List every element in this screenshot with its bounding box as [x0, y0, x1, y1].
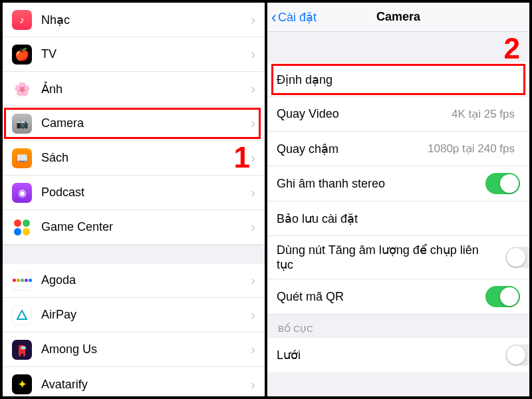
back-button[interactable]: ‹ Cài đặt	[271, 9, 317, 25]
settings-row-books[interactable]: 📖 Sách ›	[3, 141, 265, 176]
podcast-icon: ◉	[12, 183, 32, 203]
camera-icon: 📷	[12, 114, 32, 134]
chevron-right-icon: ›	[251, 116, 255, 131]
row-grid[interactable]: Lưới	[267, 338, 529, 372]
camera-settings-pane: ‹ Cài đặt Camera Định dạng Quay Video 4K…	[267, 3, 529, 396]
row-label: Podcast	[41, 186, 251, 200]
airpay-icon	[12, 305, 32, 325]
chevron-right-icon: ›	[251, 307, 255, 323]
settings-row-airpay[interactable]: AirPay ›	[3, 298, 265, 332]
photos-icon: 🌸	[12, 79, 32, 99]
row-label: Agoda	[41, 273, 251, 287]
row-label: Game Center	[41, 220, 251, 234]
annotation-marker-2: 2	[504, 32, 520, 65]
toggle-stereo[interactable]	[485, 173, 520, 194]
music-icon: ♪	[12, 10, 32, 30]
settings-list-pane: ♪ Nhạc › 🍎 TV › 🌸 Ảnh › 📷 Camera › 📖 Sác…	[3, 3, 267, 396]
chevron-right-icon: ›	[251, 342, 255, 357]
avatarify-icon: ✦	[12, 374, 32, 394]
settings-row-music[interactable]: ♪ Nhạc ›	[3, 3, 265, 37]
row-label: Quay Video	[277, 107, 452, 121]
amongus-icon	[12, 340, 32, 360]
settings-row-avatarify[interactable]: ✦ Avatarify ›	[3, 367, 265, 396]
toggle-burst[interactable]	[505, 247, 529, 268]
settings-row-podcast[interactable]: ◉ Podcast ›	[3, 176, 265, 210]
chevron-right-icon: ›	[251, 219, 255, 235]
row-label: Sách	[41, 151, 251, 165]
row-preserve[interactable]: Bảo lưu cài đặt	[267, 201, 529, 236]
settings-row-amongus[interactable]: Among Us ›	[3, 332, 265, 367]
back-label: Cài đặt	[278, 10, 317, 25]
row-record-video[interactable]: Quay Video 4K tại 25 fps	[267, 97, 529, 132]
row-qr[interactable]: Quét mã QR	[267, 279, 529, 315]
toggle-qr[interactable]	[485, 286, 520, 307]
chevron-right-icon: ›	[251, 185, 255, 200]
row-label: Nhạc	[41, 13, 251, 27]
books-icon: 📖	[12, 148, 32, 168]
row-stereo[interactable]: Ghi âm thanh stereo	[267, 166, 529, 201]
chevron-right-icon: ›	[251, 273, 255, 288]
navbar: ‹ Cài đặt Camera	[267, 3, 529, 32]
annotation-marker-1: 1	[234, 141, 250, 174]
screenshot-frame: ♪ Nhạc › 🍎 TV › 🌸 Ảnh › 📷 Camera › 📖 Sác…	[0, 0, 532, 399]
chevron-left-icon: ‹	[271, 9, 277, 25]
chevron-right-icon: ›	[251, 81, 255, 96]
row-label: Định dạng	[277, 72, 520, 87]
section-header-layout: BỐ CỤC	[267, 315, 529, 338]
gamecenter-icon	[12, 217, 32, 237]
chevron-right-icon: ›	[251, 47, 255, 62]
chevron-right-icon: ›	[251, 12, 255, 27]
tv-icon: 🍎	[12, 45, 32, 65]
row-label: Dùng nút Tăng âm lượng để chụp liên tục	[277, 243, 505, 272]
row-format[interactable]: Định dạng	[267, 63, 529, 97]
row-label: TV	[41, 47, 251, 61]
settings-row-photos[interactable]: 🌸 Ảnh ›	[3, 72, 265, 106]
settings-row-camera[interactable]: 📷 Camera ›	[3, 106, 265, 141]
row-label: Ghi âm thanh stereo	[277, 177, 485, 191]
row-label: Quay chậm	[277, 142, 428, 156]
row-label: AirPay	[41, 308, 251, 322]
section-gap	[267, 32, 529, 63]
row-label: Lưới	[277, 348, 505, 362]
settings-row-tv[interactable]: 🍎 TV ›	[3, 37, 265, 72]
agoda-icon	[12, 271, 32, 291]
page-title: Camera	[376, 10, 420, 24]
row-label: Among Us	[41, 342, 251, 356]
row-burst[interactable]: Dùng nút Tăng âm lượng để chụp liên tục	[267, 236, 529, 279]
settings-row-agoda[interactable]: Agoda ›	[3, 263, 265, 298]
chevron-right-icon: ›	[251, 377, 255, 392]
row-label: Ảnh	[41, 82, 251, 96]
svg-point-0	[21, 346, 26, 349]
row-slomo[interactable]: Quay chậm 1080p tại 240 fps	[267, 132, 529, 166]
chevron-right-icon: ›	[251, 150, 255, 166]
row-value: 1080p tại 240 fps	[428, 142, 520, 156]
row-label: Avatarify	[41, 378, 251, 392]
settings-row-gamecenter[interactable]: Game Center ›	[3, 210, 265, 245]
row-value: 4K tại 25 fps	[452, 107, 520, 121]
section-gap	[3, 245, 265, 263]
toggle-grid[interactable]	[505, 344, 529, 366]
row-label: Bảo lưu cài đặt	[277, 211, 520, 226]
row-label: Camera	[41, 116, 251, 130]
row-label: Quét mã QR	[277, 290, 485, 304]
